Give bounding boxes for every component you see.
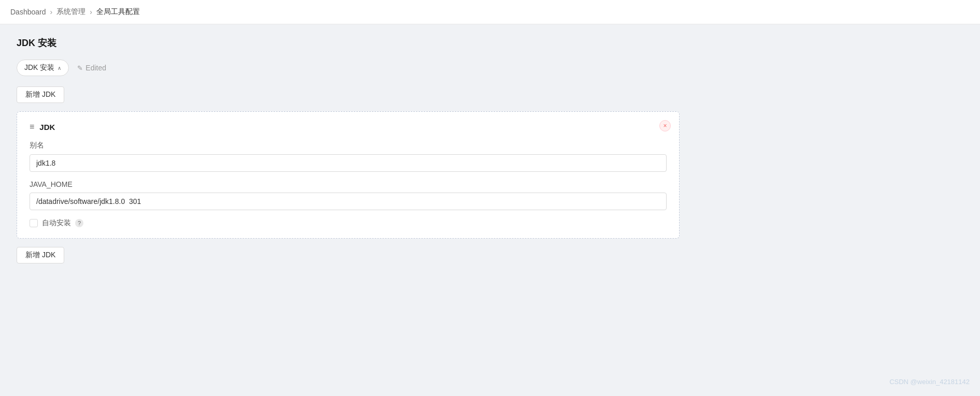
alias-label: 别名 <box>30 141 667 150</box>
breadcrumb-item-system[interactable]: 系统管理 <box>56 7 85 17</box>
page-title: JDK 安装 <box>17 37 963 49</box>
add-jdk-button-bottom[interactable]: 新增 JDK <box>17 247 64 263</box>
edited-text: Edited <box>85 64 106 72</box>
card-header: ≡ JDK <box>30 122 667 131</box>
chevron-down-icon: ∧ <box>57 65 61 71</box>
breadcrumb-item-tools: 全局工具配置 <box>96 7 140 17</box>
alias-input[interactable] <box>30 154 667 172</box>
jdk-dropdown-button[interactable]: JDK 安装 ∧ <box>17 60 69 76</box>
dropdown-label: JDK 安装 <box>24 63 54 72</box>
add-jdk-button-top[interactable]: 新增 JDK <box>17 86 64 103</box>
edited-status: ✎ Edited <box>77 64 106 72</box>
drag-handle-icon[interactable]: ≡ <box>30 122 34 131</box>
help-icon[interactable]: ? <box>75 219 83 227</box>
breadcrumb-item-dashboard[interactable]: Dashboard <box>10 8 46 16</box>
card-title: JDK <box>39 123 55 131</box>
pencil-icon: ✎ <box>77 64 83 72</box>
alias-field-group: 别名 <box>30 141 667 172</box>
java-home-input[interactable] <box>30 193 667 210</box>
jdk-card: ≡ JDK × 别名 JAVA_HOME 自动安装 ? <box>17 111 680 239</box>
java-home-label: JAVA_HOME <box>30 180 667 188</box>
auto-install-group: 自动安装 ? <box>30 218 667 228</box>
breadcrumb-sep-1: › <box>50 8 53 16</box>
main-content: JDK 安装 JDK 安装 ∧ ✎ Edited 新增 JDK ≡ JDK × … <box>0 24 980 396</box>
breadcrumb: Dashboard › 系统管理 › 全局工具配置 <box>0 0 980 24</box>
toolbar: JDK 安装 ∧ ✎ Edited <box>17 60 963 76</box>
close-jdk-button[interactable]: × <box>659 120 671 131</box>
auto-install-label: 自动安装 <box>42 218 71 228</box>
breadcrumb-sep-2: › <box>90 8 92 16</box>
java-home-field-group: JAVA_HOME <box>30 180 667 210</box>
auto-install-checkbox[interactable] <box>30 219 38 227</box>
